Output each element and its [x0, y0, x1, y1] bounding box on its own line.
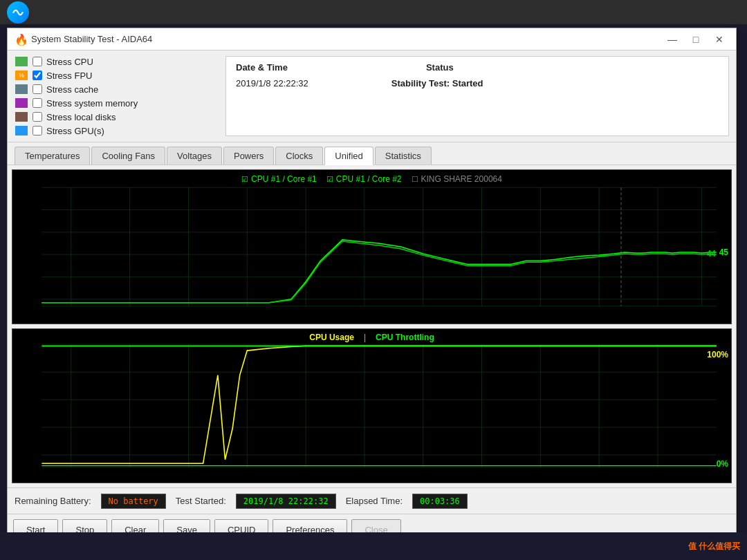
date-time-value: 2019/1/8 22:22:32	[236, 78, 308, 88]
status-bar: Remaining Battery: No battery Test Start…	[8, 487, 736, 514]
stress-memory-item: Stress system memory	[15, 97, 219, 109]
status-value: Stability Test: Started	[391, 78, 483, 88]
tab-cooling-fans[interactable]: Cooling Fans	[91, 147, 165, 165]
tabs-bar: Temperatures Cooling Fans Voltages Power…	[8, 142, 736, 165]
battery-label: Remaining Battery:	[15, 496, 91, 506]
temp-val-44: 44	[707, 249, 716, 259]
bottom-taskbar: 值 什么值得买	[0, 532, 747, 560]
cpu-icon	[15, 56, 28, 67]
date-time-header: Date & Time	[236, 62, 288, 73]
gpu-icon	[15, 125, 28, 136]
legend-core1-check: ☑	[241, 175, 248, 184]
temp-chart-svg	[12, 170, 731, 324]
tab-temperatures[interactable]: Temperatures	[15, 147, 90, 165]
tab-statistics[interactable]: Statistics	[375, 147, 432, 165]
app-icon	[7, 1, 29, 24]
maximize-button[interactable]: □	[686, 32, 706, 47]
test-started-value: 2019/1/8 22:22:32	[236, 494, 336, 509]
stress-options: Stress CPU % Stress FPU Stress cache Str…	[15, 56, 219, 136]
ds-row: 2019/1/8 22:22:32 Stability Test: Starte…	[236, 78, 719, 88]
charts-area: ☑ CPU #1 / Core #1 ☑ CPU #1 / Core #2 ☐ …	[8, 165, 736, 487]
tab-unified[interactable]: Unified	[324, 147, 373, 165]
stress-gpu-item: Stress GPU(s)	[15, 125, 219, 136]
legend-kingshare-check: ☐	[412, 175, 418, 184]
legend-cpu-usage-label: CPU Usage	[309, 333, 354, 342]
cpu-val-0: 0%	[717, 459, 728, 469]
legend-core2-check: ☑	[326, 175, 333, 184]
close-window-button[interactable]: ✕	[710, 32, 729, 47]
title-bar: 🔥 System Stability Test - AIDA64 — □ ✕	[8, 28, 736, 50]
legend-cpu-throttle-label: CPU Throttling	[376, 333, 434, 342]
main-window: 🔥 System Stability Test - AIDA64 — □ ✕ S…	[7, 28, 737, 546]
stress-gpu-checkbox[interactable]	[33, 126, 42, 136]
stress-cache-label[interactable]: Stress cache	[46, 84, 98, 95]
stress-cache-checkbox[interactable]	[33, 84, 42, 94]
disk-icon	[15, 111, 28, 122]
stress-disk-checkbox[interactable]	[33, 112, 42, 122]
cpu-val-100: 100%	[707, 350, 728, 360]
temp-val-45: 45	[719, 248, 728, 257]
tab-voltages[interactable]: Voltages	[167, 147, 222, 165]
stress-gpu-label[interactable]: Stress GPU(s)	[46, 126, 104, 136]
test-started-label: Test Started:	[176, 496, 226, 506]
memory-icon	[15, 97, 28, 109]
tab-clocks[interactable]: Clocks	[275, 147, 323, 165]
legend-core2: ☑ CPU #1 / Core #2	[326, 174, 402, 184]
stress-cpu-label[interactable]: Stress CPU	[46, 57, 93, 67]
legend-cpu-throttle: CPU Throttling	[376, 333, 434, 342]
top-section: Stress CPU % Stress FPU Stress cache Str…	[8, 50, 736, 142]
elapsed-label: Elapsed Time:	[346, 496, 403, 506]
svg-rect-0	[12, 170, 731, 324]
legend-kingshare: ☐ KING SHARE 200064	[412, 174, 502, 184]
stress-cpu-item: Stress CPU	[15, 56, 219, 67]
legend-core1-label: CPU #1 / Core #1	[251, 174, 317, 184]
app-title-icon: 🔥	[15, 33, 27, 46]
legend-core2-label: CPU #1 / Core #2	[336, 174, 402, 184]
watermark: 值 什么值得买	[688, 541, 740, 552]
cpu-usage-chart: CPU Usage | CPU Throttling 100% 0%	[12, 328, 732, 483]
cpu-legend: CPU Usage | CPU Throttling	[309, 333, 434, 342]
temperature-chart: ☑ CPU #1 / Core #1 ☑ CPU #1 / Core #2 ☐ …	[12, 169, 732, 324]
legend-divider: |	[364, 333, 366, 342]
stress-memory-label[interactable]: Stress system memory	[46, 98, 138, 109]
taskbar-top	[0, 0, 747, 24]
date-status-panel: Date & Time Status 2019/1/8 22:22:32 Sta…	[225, 56, 729, 136]
cpu-chart-svg	[12, 329, 731, 483]
cache-icon	[15, 84, 28, 95]
legend-kingshare-label: KING SHARE 200064	[421, 174, 502, 184]
battery-value: No battery	[101, 494, 166, 509]
ds-header: Date & Time Status	[236, 62, 719, 73]
stress-disk-item: Stress local disks	[15, 111, 219, 122]
stress-cpu-checkbox[interactable]	[33, 57, 42, 66]
legend-cpu-usage: CPU Usage	[309, 333, 354, 342]
title-bar-controls: — □ ✕	[663, 32, 729, 47]
stress-fpu-label[interactable]: Stress FPU	[46, 71, 92, 81]
svg-rect-21	[12, 329, 731, 483]
elapsed-value: 00:03:36	[412, 494, 468, 509]
content-area: Stress CPU % Stress FPU Stress cache Str…	[8, 50, 736, 545]
temp-legend: ☑ CPU #1 / Core #1 ☑ CPU #1 / Core #2 ☐ …	[241, 174, 502, 184]
legend-core1: ☑ CPU #1 / Core #1	[241, 174, 317, 184]
tab-powers[interactable]: Powers	[223, 147, 274, 165]
stress-fpu-item: % Stress FPU	[15, 70, 219, 81]
stress-fpu-checkbox[interactable]	[33, 71, 42, 80]
minimize-button[interactable]: —	[663, 32, 682, 47]
stress-disk-label[interactable]: Stress local disks	[46, 112, 116, 122]
window-title: System Stability Test - AIDA64	[31, 34, 663, 44]
status-header: Status	[426, 62, 454, 73]
fpu-icon: %	[15, 70, 28, 81]
stress-memory-checkbox[interactable]	[33, 98, 42, 108]
stress-cache-item: Stress cache	[15, 84, 219, 95]
